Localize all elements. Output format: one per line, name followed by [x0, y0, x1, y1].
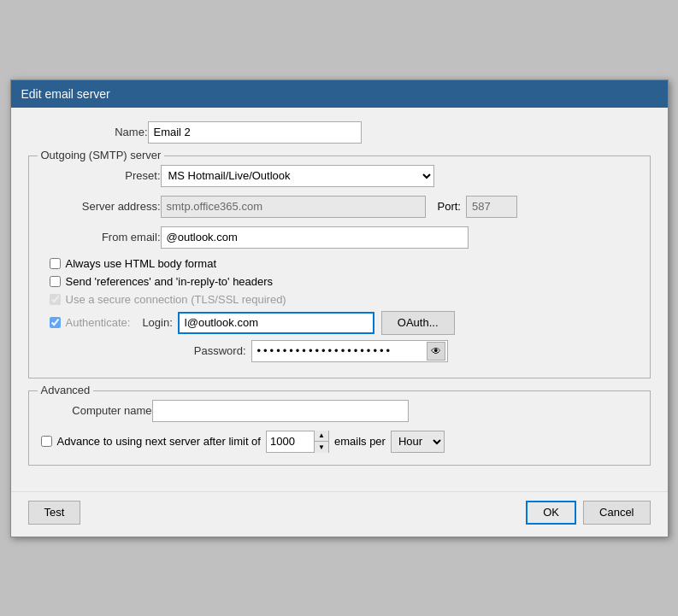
checkbox-secure-row: Use a secure connection (TLS/SSL require… [41, 293, 638, 306]
checkbox-authenticate[interactable] [50, 317, 61, 328]
spinner-buttons: ▲ ▼ [314, 431, 328, 453]
eye-icon: 👁 [431, 345, 441, 357]
oauth-button[interactable]: OAuth... [381, 311, 455, 335]
footer-right: OK Cancel [526, 501, 650, 525]
password-input[interactable] [252, 341, 415, 361]
emails-per-label: emails per [334, 435, 386, 448]
authenticate-label: Authenticate: [66, 316, 131, 329]
name-row: Name: [28, 121, 651, 144]
advance-limit-row: Advance to using next server after limit… [41, 431, 638, 453]
outgoing-smtp-section: Outgoing (SMTP) server Preset: MS Hotmai… [28, 155, 651, 378]
from-email-label: From email: [41, 231, 161, 243]
checkbox-references[interactable] [50, 276, 61, 287]
advanced-section: Advanced Computer name Advance to using … [28, 390, 651, 466]
password-label: Password: [50, 344, 246, 357]
advance-checkbox[interactable] [41, 436, 52, 447]
password-field-container: 👁 [251, 340, 448, 362]
advance-checkbox-label: Advance to using next server after limit… [57, 435, 261, 448]
cancel-button[interactable]: Cancel [583, 501, 650, 525]
from-email-input[interactable] [161, 226, 469, 249]
computer-name-input[interactable] [152, 400, 409, 422]
ok-button[interactable]: OK [526, 501, 576, 525]
auth-row: Authenticate: Login: OAuth... [41, 311, 638, 335]
outgoing-section-title: Outgoing (SMTP) server [38, 149, 165, 161]
password-row: Password: 👁 [41, 340, 638, 362]
spin-up-button[interactable]: ▲ [315, 431, 328, 442]
hour-select[interactable]: Hour Day Week [391, 431, 445, 453]
advanced-section-title: Advanced [38, 384, 94, 396]
computer-name-label: Computer name [41, 404, 152, 417]
server-address-label: Server address: [41, 200, 161, 213]
port-group: Port: [438, 196, 517, 218]
computer-name-row: Computer name [41, 400, 638, 422]
dialog-body: Name: Outgoing (SMTP) server Preset: MS … [11, 108, 668, 491]
password-visibility-toggle[interactable]: 👁 [427, 342, 445, 361]
server-address-input[interactable] [161, 196, 426, 218]
port-input[interactable] [466, 196, 517, 218]
preset-label: Preset: [41, 169, 161, 182]
edit-email-server-dialog: Edit email server Name: Outgoing (SMTP) … [10, 79, 669, 537]
checkbox-secure-label: Use a secure connection (TLS/SSL require… [66, 293, 286, 306]
name-input[interactable] [148, 121, 362, 144]
login-input[interactable] [178, 312, 374, 334]
checkbox-html-row: Always use HTML body format [41, 257, 638, 270]
preset-select[interactable]: MS Hotmail/Live/Outlook Gmail Yahoo Cust… [161, 165, 434, 187]
server-address-row: Server address: Port: [41, 196, 638, 218]
login-label: Login: [142, 316, 172, 329]
dialog-footer: Test OK Cancel [11, 491, 668, 537]
port-label: Port: [438, 200, 461, 213]
checkbox-html[interactable] [50, 258, 61, 269]
checkbox-references-label: Send 'references' and 'in-reply-to' head… [66, 275, 274, 288]
dialog-title: Edit email server [21, 87, 110, 101]
preset-row: Preset: MS Hotmail/Live/Outlook Gmail Ya… [41, 165, 638, 187]
checkbox-secure[interactable] [50, 294, 61, 305]
dialog-title-bar: Edit email server [11, 80, 668, 108]
name-label: Name: [28, 126, 148, 138]
checkbox-html-label: Always use HTML body format [66, 257, 217, 270]
from-email-row: From email: [41, 226, 638, 249]
limit-input[interactable] [267, 431, 314, 452]
limit-spinner: ▲ ▼ [266, 431, 329, 453]
checkbox-references-row: Send 'references' and 'in-reply-to' head… [41, 275, 638, 288]
spin-down-button[interactable]: ▼ [315, 442, 328, 453]
test-button[interactable]: Test [28, 501, 81, 525]
auth-label-group: Authenticate: [50, 316, 131, 329]
